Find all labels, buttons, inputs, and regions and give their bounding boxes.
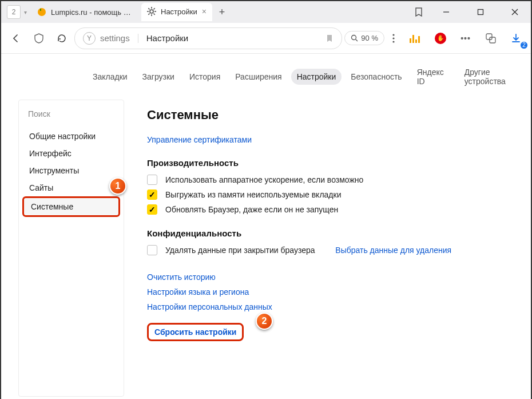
back-button[interactable]	[6, 28, 26, 49]
sidebar-item-interface[interactable]: Интерфейс	[19, 145, 124, 162]
subnav-settings[interactable]: Настройки	[291, 69, 342, 85]
link-reset-settings[interactable]: Сбросить настройки	[147, 323, 244, 341]
svg-line-8	[154, 14, 155, 15]
svg-line-10	[154, 8, 155, 9]
link-choose-data[interactable]: Выбрать данные для удаления	[335, 246, 451, 255]
option-label: Удалять данные при закрытии браузера	[165, 246, 315, 255]
checkbox-checked-icon[interactable]	[147, 204, 157, 215]
sidebar-item-sites[interactable]: Сайты	[19, 179, 124, 196]
adblock-extension-icon[interactable]: ✋	[430, 28, 451, 49]
svg-rect-12	[478, 10, 483, 15]
tab-title: Lumpics.ru - помощь с ко	[51, 8, 134, 17]
svg-point-17	[392, 34, 394, 35]
heading-privacy: Конфиденциальность	[147, 228, 514, 238]
svg-rect-21	[490, 37, 495, 43]
close-icon[interactable]: ×	[202, 7, 207, 16]
option-label: Выгружать из памяти неиспользуемые вклад…	[165, 190, 341, 199]
option-hw-acceleration[interactable]: Использовать аппаратное ускорение, если …	[147, 175, 514, 185]
link-language-region[interactable]: Настройки языка и региона	[147, 287, 514, 297]
translate-icon[interactable]	[481, 28, 501, 49]
settings-main: Поиск Общие настройки Интерфейс Инструме…	[1, 100, 531, 399]
window-close-button[interactable]	[503, 3, 526, 21]
svg-point-2	[150, 10, 153, 13]
downloads-badge: 2	[520, 41, 528, 49]
reload-button[interactable]	[51, 28, 72, 49]
option-background-update[interactable]: Обновлять Браузер, даже если он не запущ…	[147, 204, 514, 215]
sidebar-item-general[interactable]: Общие настройки	[19, 128, 124, 145]
downloads-button[interactable]: 2	[506, 28, 526, 49]
address-bar[interactable]: Y settings Настройки	[74, 27, 342, 49]
svg-line-7	[148, 8, 149, 9]
svg-point-0	[38, 8, 46, 16]
link-manage-certificates[interactable]: Управление сертификатами	[147, 135, 252, 144]
subnav-security[interactable]: Безопасность	[345, 69, 407, 85]
option-clear-on-exit[interactable]: Удалять данные при закрытии браузера Выб…	[147, 245, 514, 255]
shield-icon[interactable]	[29, 28, 49, 49]
address-page-title: Настройки	[146, 33, 321, 43]
settings-content: Системные Управление сертификатами Произ…	[141, 100, 519, 397]
zoom-indicator[interactable]: 90 %	[344, 31, 384, 45]
svg-point-19	[392, 41, 394, 42]
settings-subnav: Закладки Загрузки История Расширения Нас…	[1, 54, 531, 100]
subnav-yandex-id[interactable]: Яндекс ID	[411, 64, 455, 89]
new-tab-button[interactable]: +	[213, 3, 231, 21]
svg-rect-1	[40, 9, 41, 11]
sidebar-item-tools[interactable]: Инструменты	[19, 162, 124, 179]
svg-line-16	[356, 39, 358, 42]
toolbar: Y settings Настройки 90 % ✋ •••	[1, 23, 531, 54]
checkbox-icon[interactable]	[147, 175, 157, 185]
gear-icon	[147, 7, 161, 16]
option-unload-tabs[interactable]: Выгружать из памяти неиспользуемые вклад…	[147, 189, 514, 200]
window-minimize-button[interactable]	[435, 3, 458, 21]
lumpics-favicon	[37, 7, 51, 17]
window-maximize-button[interactable]	[469, 3, 492, 21]
sidebar-item-system[interactable]: Системные	[22, 196, 120, 217]
bookmark-outline-icon[interactable]	[410, 3, 428, 21]
titlebar: 2 ▾ Lumpics.ru - помощь с ко Настройки ×…	[1, 1, 531, 23]
svg-line-9	[148, 14, 149, 15]
svg-point-18	[392, 37, 394, 39]
option-label: Использовать аппаратное ускорение, если …	[165, 175, 363, 184]
subnav-downloads[interactable]: Загрузки	[137, 69, 180, 85]
subnav-devices[interactable]: Другие устройства	[459, 64, 531, 89]
heading-performance: Производительность	[147, 158, 514, 168]
svg-point-15	[352, 35, 356, 40]
checkbox-checked-icon[interactable]	[147, 189, 157, 200]
settings-sidebar: Поиск Общие настройки Интерфейс Инструме…	[18, 100, 124, 397]
tab-title: Настройки	[161, 7, 197, 16]
equalizer-extension-icon[interactable]	[405, 28, 426, 49]
kebab-menu-icon[interactable]	[387, 28, 400, 49]
link-clear-history[interactable]: Очистить историю	[147, 272, 514, 282]
magnifier-icon	[351, 34, 358, 42]
address-host: settings	[100, 33, 130, 43]
annotation-callout-2: 2	[256, 313, 273, 330]
zoom-value: 90 %	[361, 34, 378, 42]
subnav-bookmarks[interactable]: Закладки	[87, 69, 133, 85]
sidebar-search-input[interactable]: Поиск	[25, 107, 118, 121]
subnav-history[interactable]: История	[184, 69, 226, 85]
option-label: Обновлять Браузер, даже если он не запущ…	[165, 205, 338, 214]
tab-settings[interactable]: Настройки ×	[141, 3, 212, 21]
tab-lumpics[interactable]: Lumpics.ru - помощь с ко	[31, 3, 140, 21]
tab-counter[interactable]: 2	[7, 5, 21, 19]
yandex-y-icon: Y	[83, 32, 96, 45]
checkbox-icon[interactable]	[147, 245, 157, 255]
bookmark-icon[interactable]	[325, 34, 334, 42]
link-personal-data[interactable]: Настройки персональных данных	[147, 302, 514, 311]
tab-counter-chevron-icon[interactable]: ▾	[24, 9, 27, 15]
subnav-extensions[interactable]: Расширения	[229, 69, 287, 85]
page-title: Системные	[147, 108, 514, 123]
more-extensions-icon[interactable]: •••	[455, 28, 476, 49]
svg-rect-20	[486, 34, 492, 39]
